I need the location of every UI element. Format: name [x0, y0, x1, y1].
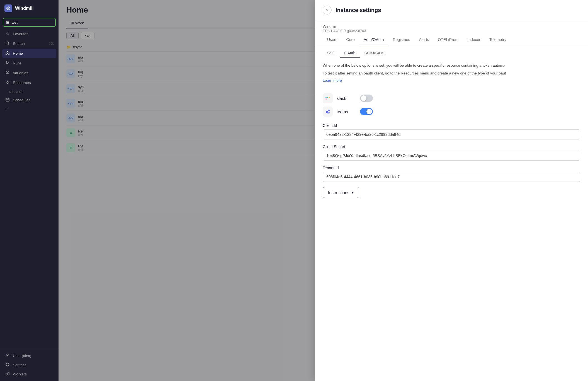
client-secret-label: Client Secret	[323, 144, 580, 149]
tab-alerts[interactable]: Alerts	[415, 35, 434, 45]
client-secret-input[interactable]	[323, 151, 580, 161]
client-id-label: Client Id	[323, 123, 580, 128]
oauth-info-text-2: To test it after setting an oauth client…	[323, 70, 580, 76]
resources-icon	[5, 80, 10, 85]
star-icon: ☆	[5, 31, 10, 36]
tenant-id-label: Tenant Id	[323, 166, 580, 170]
logo-label: Windmill	[15, 6, 34, 11]
tenant-id-group: Tenant Id	[323, 166, 580, 182]
svg-marker-2	[6, 61, 9, 64]
sidebar-item-label: Variables	[13, 71, 28, 75]
modal-close-button[interactable]: ×	[323, 6, 332, 15]
modal-subtitle: Windmill EE v1.448.0-9-g00e23f703	[315, 20, 588, 35]
sidebar-item-workers[interactable]: Workers	[2, 370, 56, 379]
sidebar-item-schedules[interactable]: Schedules	[2, 95, 56, 105]
svg-point-9	[9, 82, 9, 83]
modal-body: When one of the below options is set, yo…	[315, 58, 588, 381]
logo-icon	[4, 4, 12, 12]
svg-text:$: $	[7, 72, 8, 74]
learn-more-link[interactable]: Learn more	[323, 78, 342, 83]
svg-rect-19	[325, 97, 327, 98]
runs-icon	[5, 61, 10, 66]
modal-tabs: Users Core Auth/OAuth Registries Alerts …	[315, 35, 588, 45]
teams-label: teams	[337, 109, 356, 114]
svg-point-23	[328, 110, 330, 111]
workspace-icon: ⊞	[6, 20, 9, 25]
slack-toggle-knob	[361, 95, 366, 101]
oauth-item-slack: slack	[323, 93, 580, 103]
sidebar-item-label: User (alex)	[13, 354, 31, 358]
tab-indexer[interactable]: Indexer	[463, 35, 485, 45]
workers-icon	[5, 372, 10, 377]
svg-rect-10	[6, 98, 9, 101]
oauth-info-text-1: When one of the below options is set, yo…	[323, 62, 580, 69]
oauth-item-teams: teams	[323, 107, 580, 117]
client-id-input[interactable]	[323, 129, 580, 139]
svg-rect-24	[327, 112, 330, 114]
tab-core[interactable]: Core	[342, 35, 359, 45]
instructions-label: Instructions	[328, 190, 349, 195]
add-trigger-button[interactable]: +	[2, 105, 56, 113]
slack-toggle[interactable]	[360, 95, 373, 102]
sidebar-item-label: Home	[13, 51, 23, 56]
sidebar-item-label: Favorites	[13, 32, 28, 36]
client-secret-group: Client Secret	[323, 144, 580, 161]
sidebar-item-label: Resources	[13, 81, 31, 85]
sidebar-item-label: Runs	[13, 61, 22, 65]
modal-title: Instance settings	[336, 7, 381, 13]
sidebar-item-label: Schedules	[13, 98, 30, 102]
tenant-id-input[interactable]	[323, 172, 580, 182]
oauth-items: slack teams	[323, 93, 580, 117]
svg-point-14	[7, 354, 8, 356]
svg-point-15	[7, 364, 8, 365]
plus-icon: +	[5, 107, 7, 111]
svg-rect-16	[6, 373, 7, 375]
app-name: Windmill	[323, 24, 580, 29]
tab-otel[interactable]: OTEL/Prom	[433, 35, 463, 45]
subtab-oauth[interactable]: OAuth	[340, 49, 360, 58]
sidebar-item-label: Search	[13, 42, 25, 46]
settings-icon	[5, 363, 10, 367]
modal-header: × Instance settings	[315, 0, 588, 20]
teams-icon	[323, 107, 333, 117]
instance-settings-modal: × Instance settings Windmill EE v1.448.0…	[315, 0, 588, 381]
tab-telemetry[interactable]: Telemetry	[485, 35, 511, 45]
workspace-selector[interactable]: ⊞ test	[3, 18, 56, 27]
triggers-label: TRIGGERS	[2, 88, 56, 95]
teams-toggle[interactable]	[360, 108, 373, 115]
sidebar-item-settings[interactable]: Settings	[2, 360, 56, 370]
subtab-scimsam[interactable]: SCIM/SAML	[360, 49, 390, 58]
app-version: EE v1.448.0-9-g00e23f703	[323, 29, 580, 33]
sidebar-item-label: Workers	[13, 372, 27, 376]
slack-icon	[323, 93, 333, 103]
svg-line-1	[8, 44, 9, 45]
sidebar: Windmill ⊞ test ☆ Favorites Search ⌘k Ho…	[0, 0, 59, 381]
instructions-button[interactable]: Instructions ▾	[323, 187, 359, 198]
slack-label: slack	[337, 96, 356, 101]
svg-point-6	[7, 81, 8, 81]
tab-users[interactable]: Users	[323, 35, 342, 45]
schedules-icon	[5, 98, 10, 102]
sidebar-nav: ☆ Favorites Search ⌘k Home Runs $	[0, 29, 59, 349]
teams-toggle-knob	[366, 109, 372, 114]
sidebar-item-user[interactable]: User (alex)	[2, 351, 56, 360]
logo: Windmill	[0, 0, 59, 17]
workspace-name: test	[12, 20, 18, 25]
svg-rect-21	[329, 97, 330, 98]
modal-subtabs: SSO OAuth SCIM/SAML	[315, 45, 588, 58]
sidebar-item-search[interactable]: Search ⌘k	[2, 39, 56, 48]
sidebar-item-home[interactable]: Home	[2, 49, 56, 58]
chevron-down-icon: ▾	[352, 190, 354, 195]
subtab-sso[interactable]: SSO	[323, 49, 340, 58]
sidebar-item-runs[interactable]: Runs	[2, 59, 56, 68]
search-shortcut: ⌘k	[49, 42, 54, 45]
sidebar-item-favorites[interactable]: ☆ Favorites	[2, 29, 56, 38]
svg-rect-20	[327, 97, 328, 98]
sidebar-item-variables[interactable]: $ Variables	[2, 68, 56, 78]
user-icon	[5, 353, 10, 358]
tab-registries[interactable]: Registries	[388, 35, 414, 45]
tab-authoauth[interactable]: Auth/OAuth	[359, 35, 388, 45]
svg-rect-17	[8, 372, 9, 375]
sidebar-item-resources[interactable]: Resources	[2, 78, 56, 87]
svg-point-5	[7, 81, 8, 83]
